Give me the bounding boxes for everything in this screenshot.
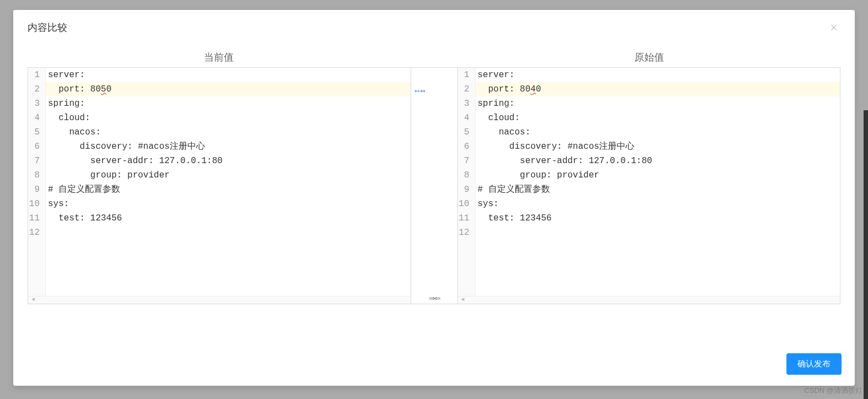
diff-center-gutter: ↢↭ ⇒⇐: [411, 68, 458, 304]
code-line: server-addr: 127.0.0.1:80: [46, 154, 411, 168]
page-right-shadow: [864, 110, 868, 399]
line-number: 6: [28, 139, 40, 154]
code-line: discovery: #nacos注册中心: [476, 139, 840, 154]
diff-change-connector-icon: ↢↭: [411, 85, 457, 96]
line-number: 4: [28, 111, 40, 125]
code-line: # 自定义配置参数: [46, 182, 411, 197]
code-line: # 自定义配置参数: [476, 182, 840, 197]
modal-header: 内容比较: [13, 10, 855, 40]
line-number: 7: [28, 154, 40, 168]
line-number: 4: [458, 111, 470, 125]
original-value-title: 原始值: [458, 51, 841, 64]
line-number: 2: [28, 82, 40, 96]
code-line: server-addr: 127.0.0.1:80: [476, 154, 840, 168]
code-line: server:: [476, 68, 840, 82]
code-line: group: provider: [46, 168, 411, 182]
code-line: nacos:: [46, 125, 411, 139]
line-number: 7: [458, 154, 470, 168]
diff-container: 123456789101112 server: port: 8050spring…: [28, 67, 840, 304]
diff-pane-right[interactable]: 123456789101112 server: port: 8040spring…: [458, 68, 840, 304]
diff-changed-char: 5: [101, 84, 106, 94]
modal-footer: 确认发布: [13, 346, 855, 386]
hscroll-right[interactable]: [458, 296, 840, 304]
line-number: 11: [28, 211, 40, 225]
diff-changed-char: 4: [531, 84, 536, 94]
diff-pane-left[interactable]: 123456789101112 server: port: 8050spring…: [28, 68, 411, 304]
code-line: cloud:: [46, 111, 411, 125]
line-number: 6: [458, 139, 470, 154]
code-line: server:: [46, 68, 411, 82]
line-number: 5: [28, 125, 40, 139]
code-line: [46, 225, 411, 240]
line-number: 3: [458, 96, 470, 111]
line-gutter-left: 123456789101112: [28, 68, 46, 296]
line-number: 1: [28, 68, 40, 82]
line-number: 8: [458, 168, 470, 182]
code-line: group: provider: [476, 168, 840, 182]
code-line: port: 8050: [46, 82, 411, 96]
code-line: sys:: [476, 197, 840, 211]
code-line: test: 123456: [476, 211, 840, 225]
code-line: port: 8040: [476, 82, 840, 96]
line-number: 2: [458, 82, 470, 96]
line-number: 12: [458, 225, 470, 240]
modal-title: 内容比较: [28, 21, 67, 34]
code-line: nacos:: [476, 125, 840, 139]
line-number: 9: [458, 182, 470, 197]
hscroll-left[interactable]: [28, 296, 411, 304]
code-panel-left[interactable]: server: port: 8050spring: cloud: nacos: …: [46, 68, 411, 296]
line-number: 9: [28, 182, 40, 197]
code-line: sys:: [46, 197, 411, 211]
current-value-title: 当前值: [28, 51, 411, 64]
line-number: 1: [458, 68, 470, 82]
code-line: cloud:: [476, 111, 840, 125]
code-line: [476, 225, 840, 240]
line-number: 10: [458, 197, 470, 211]
code-line: spring:: [46, 96, 411, 111]
line-number: 5: [458, 125, 470, 139]
line-gutter-right: 123456789101112: [458, 68, 476, 296]
code-panel-right[interactable]: server: port: 8040spring: cloud: nacos: …: [476, 68, 840, 296]
confirm-publish-button[interactable]: 确认发布: [786, 353, 842, 375]
line-number: 10: [28, 197, 40, 211]
code-line: spring:: [476, 96, 840, 111]
modal-body: 当前值 原始值 123456789101112 server: port: 80…: [13, 40, 855, 346]
diff-pane-titles: 当前值 原始值: [28, 51, 840, 64]
title-spacer: [411, 51, 458, 64]
code-line: discovery: #nacos注册中心: [46, 139, 411, 154]
watermark-text: CSDN @清酒抓灯: [804, 386, 862, 396]
content-compare-modal: 内容比较 当前值 原始值 123456789101112 server: por…: [13, 10, 855, 386]
diff-sync-arrows-icon: ⇒⇐: [411, 294, 457, 303]
line-number: 12: [28, 225, 40, 240]
line-number: 11: [458, 211, 470, 225]
code-line: test: 123456: [46, 211, 411, 225]
line-number: 3: [28, 96, 40, 111]
line-number: 8: [28, 168, 40, 182]
close-icon[interactable]: [827, 21, 840, 34]
